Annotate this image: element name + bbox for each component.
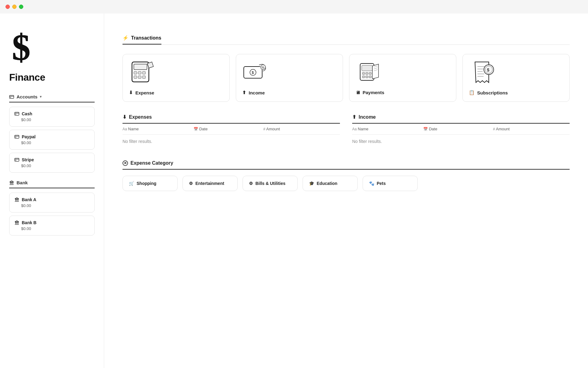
expenses-table: Aa Name 📅 Date # Amount bbox=[123, 124, 340, 148]
svg-rect-1 bbox=[9, 95, 14, 98]
paypal-account-icon bbox=[14, 134, 19, 139]
account-card-bank-a[interactable]: Bank A $0.00 bbox=[9, 193, 95, 213]
svg-rect-36 bbox=[362, 76, 365, 78]
expenses-no-results-row: No filter results. bbox=[123, 135, 340, 148]
svg-rect-11 bbox=[13, 182, 13, 184]
expense-category-section: ✕ Expense Category 🛒 Shopping ⚙ Entertai… bbox=[123, 160, 570, 191]
expense-category-x-icon: ✕ bbox=[123, 160, 128, 166]
svg-rect-9 bbox=[10, 182, 11, 184]
svg-rect-24 bbox=[138, 76, 141, 79]
accounts-icon bbox=[9, 94, 14, 99]
income-table-container: ⬆ Income Aa Name 📅 Date bbox=[352, 114, 570, 148]
svg-rect-13 bbox=[17, 199, 17, 201]
expenses-table-container: ⬇ Expenses Aa Name 📅 Date bbox=[123, 114, 340, 148]
svg-rect-16 bbox=[17, 222, 17, 224]
svg-rect-17 bbox=[18, 222, 18, 224]
bank-icon bbox=[9, 180, 14, 185]
bank-b-icon bbox=[14, 220, 19, 225]
expense-card-illustration bbox=[129, 60, 156, 85]
svg-rect-38 bbox=[369, 76, 371, 78]
income-amount-icon: # bbox=[493, 127, 495, 131]
app-logo-icon: $ bbox=[9, 26, 46, 66]
svg-rect-19 bbox=[134, 64, 147, 70]
account-card-bank-b[interactable]: Bank B $0.00 bbox=[9, 216, 95, 236]
income-no-results-row: No filter results. bbox=[352, 135, 570, 148]
minimize-button[interactable] bbox=[12, 5, 17, 9]
subscriptions-label-icon: 📋 bbox=[469, 90, 475, 95]
svg-rect-23 bbox=[134, 76, 137, 79]
income-name-icon: Aa bbox=[352, 127, 357, 131]
transactions-tab-icon: ⚡ bbox=[123, 35, 129, 41]
svg-rect-37 bbox=[366, 76, 368, 78]
tables-section: ⬇ Expenses Aa Name 📅 Date bbox=[123, 114, 570, 148]
income-table: Aa Name 📅 Date # Amount bbox=[352, 124, 570, 148]
svg-rect-15 bbox=[15, 222, 16, 224]
sidebar: $ Finance Accounts ▾ Cash bbox=[0, 13, 104, 368]
category-bills-utilities[interactable]: ⚙ Bills & Utilities bbox=[243, 176, 298, 191]
category-pets[interactable]: 🐾 Pets bbox=[363, 176, 418, 191]
bills-utilities-icon: ⚙ bbox=[249, 181, 253, 186]
svg-rect-25 bbox=[142, 76, 145, 79]
account-card-stripe[interactable]: Stripe $0.00 bbox=[9, 153, 95, 173]
svg-rect-6 bbox=[15, 137, 16, 138]
income-card[interactable]: $ % ⬆ Income bbox=[236, 54, 343, 102]
titlebar bbox=[0, 0, 588, 13]
transaction-cards-grid: ⬇ Expense $ % bbox=[123, 54, 570, 102]
expense-card[interactable]: ⬇ Expense bbox=[123, 54, 230, 102]
entertainment-icon: ⚙ bbox=[189, 181, 193, 186]
svg-rect-7 bbox=[15, 158, 19, 161]
bank-section: Bank Bank A $0.00 bbox=[9, 180, 95, 236]
payments-card-illustration bbox=[356, 60, 383, 85]
expense-label-icon: ⬇ bbox=[129, 90, 133, 95]
payments-card[interactable]: 🖥 Payments bbox=[349, 54, 456, 102]
expenses-date-icon: 📅 bbox=[194, 127, 198, 131]
payments-label-icon: 🖥 bbox=[356, 90, 360, 95]
close-button[interactable] bbox=[6, 5, 10, 9]
svg-rect-2 bbox=[10, 97, 11, 98]
accounts-section-header[interactable]: Accounts ▾ bbox=[9, 94, 95, 102]
maximize-button[interactable] bbox=[19, 5, 23, 9]
income-table-header: ⬆ Income bbox=[352, 114, 570, 124]
app-title: Finance bbox=[9, 72, 95, 83]
svg-text:$: $ bbox=[487, 67, 489, 72]
bank-a-icon bbox=[14, 197, 19, 202]
accounts-chevron-icon: ▾ bbox=[40, 95, 42, 99]
expense-category-header: ✕ Expense Category bbox=[123, 160, 570, 170]
accounts-list: Cash $0.00 Paypal $0.00 bbox=[9, 107, 95, 173]
app-container: $ Finance Accounts ▾ Cash bbox=[0, 0, 588, 368]
income-name-col-header: Aa Name bbox=[352, 124, 421, 135]
expenses-table-header: ⬇ Expenses bbox=[123, 114, 340, 124]
account-card-paypal[interactable]: Paypal $0.00 bbox=[9, 130, 95, 150]
svg-rect-12 bbox=[15, 199, 16, 201]
category-shopping[interactable]: 🛒 Shopping bbox=[123, 176, 178, 191]
pets-icon: 🐾 bbox=[369, 181, 374, 186]
main-content: ⚡ Transactions bbox=[104, 13, 588, 368]
shopping-icon: 🛒 bbox=[129, 181, 134, 186]
expenses-date-col-header: 📅 Date bbox=[191, 124, 261, 135]
svg-rect-21 bbox=[138, 71, 141, 74]
svg-rect-10 bbox=[11, 182, 12, 184]
income-date-icon: 📅 bbox=[423, 127, 428, 131]
svg-rect-4 bbox=[15, 114, 16, 115]
expenses-name-icon: Aa bbox=[123, 127, 127, 131]
svg-rect-3 bbox=[15, 112, 19, 115]
tab-transactions[interactable]: ⚡ Transactions bbox=[123, 32, 161, 44]
category-entertainment[interactable]: ⚙ Entertainment bbox=[183, 176, 238, 191]
subscriptions-card[interactable]: $ 📋 Subscriptions bbox=[462, 54, 570, 102]
tab-bar: ⚡ Transactions bbox=[123, 32, 570, 45]
education-icon: 🎓 bbox=[309, 181, 314, 186]
category-education[interactable]: 🎓 Education bbox=[303, 176, 358, 191]
category-cards-list: 🛒 Shopping ⚙ Entertainment ⚙ Bills & Uti… bbox=[123, 176, 570, 191]
svg-rect-32 bbox=[362, 65, 372, 71]
income-date-col-header: 📅 Date bbox=[421, 124, 491, 135]
svg-rect-14 bbox=[18, 199, 18, 201]
expenses-down-icon: ⬇ bbox=[123, 114, 126, 120]
svg-rect-22 bbox=[142, 71, 145, 74]
account-card-cash[interactable]: Cash $0.00 bbox=[9, 107, 95, 127]
income-card-illustration: $ % bbox=[242, 60, 270, 85]
svg-rect-8 bbox=[15, 160, 16, 161]
svg-text:$: $ bbox=[12, 27, 30, 66]
svg-rect-20 bbox=[134, 71, 137, 74]
svg-text:$: $ bbox=[252, 71, 254, 75]
svg-rect-5 bbox=[15, 135, 19, 138]
